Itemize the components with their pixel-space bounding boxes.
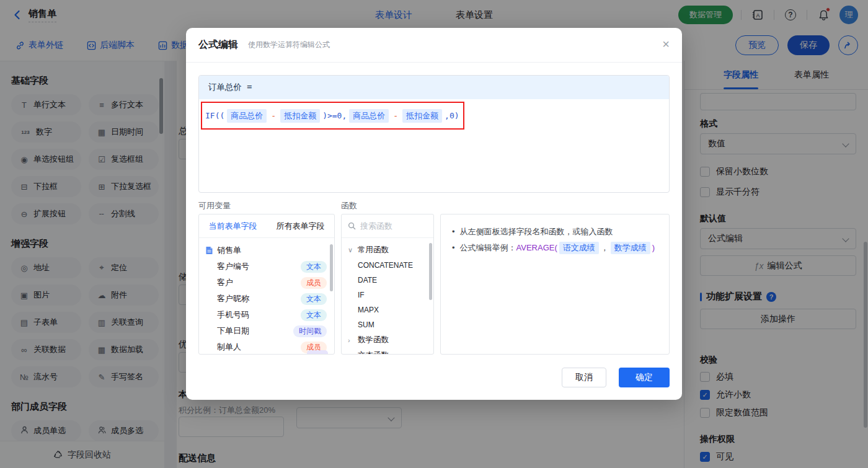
variable-row[interactable]: 客户 成员 — [205, 275, 328, 291]
form-root-node[interactable]: 销售单 — [205, 242, 328, 258]
modal-subtitle: 使用数学运算符编辑公式 — [248, 40, 330, 50]
function-item[interactable]: SUM — [348, 317, 427, 332]
variable-row[interactable]: 下单日期 时间戳 — [205, 323, 328, 339]
formula-expression[interactable]: IF((商品总价-抵扣金额)>=0,商品总价-抵扣金额,0) — [199, 99, 669, 133]
formula-text: )>=0, — [322, 111, 347, 120]
variables-list: 销售单 客户编号 文本 客户 成员 客户昵称 文本 — [199, 238, 334, 355]
form-doc-icon — [205, 246, 213, 255]
function-group-text[interactable]: › 文本函数 — [348, 348, 427, 355]
modal-footer: 取消 确定 — [562, 368, 670, 387]
field-token[interactable]: 抵扣金额 — [280, 109, 320, 123]
caret-right-icon: › — [348, 352, 355, 355]
function-item[interactable]: CONCATENATE — [348, 258, 427, 273]
type-badge: 文本 — [301, 261, 327, 273]
modal-columns: 可用变量 当前表单字段 所有表单字段 销售单 — [198, 193, 670, 355]
operator-token: - — [271, 111, 276, 120]
help-line-1: • 从左侧面板选择字段名和函数，或输入函数 — [452, 224, 658, 240]
field-token[interactable]: 商品总价 — [349, 109, 389, 123]
search-input[interactable] — [360, 221, 422, 231]
example-field-token: 语文成绩 — [559, 242, 599, 254]
help-label-spacer — [440, 200, 670, 210]
variables-scrollbar[interactable] — [330, 244, 333, 291]
functions-label: 函数 — [341, 200, 434, 210]
search-icon — [348, 222, 356, 230]
variables-pane: 当前表单字段 所有表单字段 销售单 — [198, 214, 335, 355]
partial-badge — [307, 350, 328, 355]
caret-right-icon: › — [348, 337, 355, 344]
help-line-2: • 公式编辑举例：AVERAGE(语文成绩，数学成绩) — [452, 240, 658, 256]
operator-token: - — [393, 111, 398, 120]
formula-text: IF(( — [205, 111, 224, 120]
functions-pane: ∨ 常用函数 CONCATENATE DATE IF MAPX SUM › 数学… — [341, 214, 434, 355]
tab-all-form-fields[interactable]: 所有表单字段 — [267, 214, 334, 237]
function-item[interactable]: IF — [348, 288, 427, 302]
variables-label: 可用变量 — [198, 200, 335, 210]
type-badge: 文本 — [301, 309, 327, 321]
formula-target-field: 订单总价 = — [199, 76, 669, 99]
function-item[interactable]: MAPX — [348, 302, 427, 317]
variable-row[interactable]: 客户编号 文本 — [205, 258, 328, 275]
modal-title: 公式编辑 — [198, 38, 238, 51]
example-function-name: AVERAGE( — [516, 243, 557, 252]
function-tree: ∨ 常用函数 CONCATENATE DATE IF MAPX SUM › 数学… — [342, 238, 433, 355]
function-search[interactable] — [342, 214, 433, 238]
field-token[interactable]: 商品总价 — [227, 109, 267, 123]
variable-row[interactable]: 手机号码 文本 — [205, 307, 328, 323]
type-badge: 文本 — [301, 293, 327, 305]
modal-header: 公式编辑 使用数学运算符编辑公式 × — [186, 28, 682, 63]
example-field-token: 数学成绩 — [611, 242, 650, 254]
formula-editor[interactable]: 订单总价 = IF((商品总价-抵扣金额)>=0,商品总价-抵扣金额,0) — [198, 75, 670, 193]
formula-edit-modal: 公式编辑 使用数学运算符编辑公式 × 订单总价 = IF((商品总价-抵扣金额)… — [186, 28, 682, 400]
field-token[interactable]: 抵扣金额 — [402, 109, 442, 123]
variable-row[interactable]: 客户昵称 文本 — [205, 291, 328, 307]
help-pane: • 从左侧面板选择字段名和函数，或输入函数 • 公式编辑举例：AVERAGE(语… — [440, 214, 670, 355]
confirm-button[interactable]: 确定 — [619, 368, 670, 387]
tab-current-form-fields[interactable]: 当前表单字段 — [199, 214, 267, 237]
type-badge: 时间戳 — [293, 325, 327, 337]
close-icon[interactable]: × — [662, 38, 670, 50]
function-group-common[interactable]: ∨ 常用函数 — [348, 242, 427, 258]
cancel-button[interactable]: 取消 — [562, 368, 606, 387]
functions-scrollbar[interactable] — [429, 243, 432, 300]
caret-down-icon: ∨ — [348, 246, 355, 254]
formula-text: ,0) — [445, 111, 459, 120]
type-badge: 成员 — [301, 277, 327, 289]
variables-tabs: 当前表单字段 所有表单字段 — [199, 214, 334, 238]
function-item[interactable]: DATE — [348, 273, 427, 288]
app: 销售单 表单设计 表单设置 数据管理 A ? — [0, 0, 868, 468]
function-group-math[interactable]: › 数学函数 — [348, 332, 427, 348]
